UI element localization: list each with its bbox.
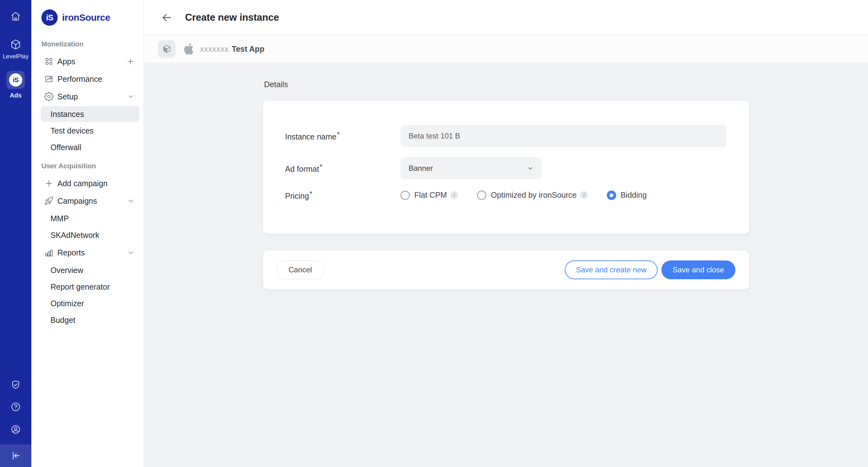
pricing-option-optimized[interactable]: Optimized by ironSource i: [477, 191, 588, 200]
rail-item-ads[interactable]: iS Ads: [0, 71, 31, 99]
sidebar-item-reports[interactable]: Reports: [31, 244, 143, 261]
radio-unselected[interactable]: [400, 191, 410, 200]
app-id-masked: xxxxxxx: [200, 44, 228, 54]
plus-icon: [44, 179, 54, 188]
navigation-sidebar: iS ironSource Monetization Apps Performa…: [31, 0, 144, 467]
required-asterisk: *: [310, 190, 312, 197]
sidebar-item-optimizer[interactable]: Optimizer: [41, 296, 139, 311]
sidebar-item-setup[interactable]: Setup: [31, 88, 143, 105]
sidebar-item-apps[interactable]: Apps: [31, 53, 143, 70]
account-button[interactable]: [0, 424, 31, 434]
chevron-down-icon: [127, 248, 135, 257]
home-icon: [11, 11, 21, 21]
back-button[interactable]: [160, 11, 174, 25]
instance-name-label: Instance name*: [285, 130, 400, 141]
sidebar-item-label: Add campaign: [57, 179, 107, 188]
rail-item-home[interactable]: [0, 11, 31, 21]
collapse-icon: [10, 451, 21, 461]
instance-name-input[interactable]: [400, 125, 726, 147]
help-button[interactable]: [0, 402, 31, 412]
info-icon[interactable]: i: [580, 191, 588, 199]
collapse-sidebar-button[interactable]: [0, 444, 31, 467]
save-and-create-new-button[interactable]: Save and create new: [565, 261, 657, 279]
chevron-down-icon: [527, 165, 534, 172]
sidebar-item-instances[interactable]: Instances: [41, 106, 139, 122]
sidebar-item-label: Campaigns: [57, 197, 97, 206]
main-area: Create new instance xxxxxxx Test App Det…: [144, 0, 868, 467]
sidebar-item-campaigns[interactable]: Campaigns: [31, 192, 143, 210]
required-asterisk: *: [319, 163, 322, 170]
chevron-down-icon: [127, 197, 135, 205]
sidebar-item-skadnetwork[interactable]: SKAdNetwork: [41, 227, 139, 243]
ad-format-row: Ad format* Banner: [285, 157, 749, 179]
pricing-label: Pricing*: [285, 190, 400, 201]
page-title: Create new instance: [185, 12, 279, 23]
sidebar-item-mmp[interactable]: MMP: [41, 211, 139, 226]
sidebar-item-test-devices[interactable]: Test devices: [41, 123, 139, 138]
section-label-monetization: Monetization: [41, 40, 135, 48]
sidebar-item-offerwall[interactable]: Offerwall: [41, 139, 139, 155]
campaigns-rocket-icon: [44, 196, 54, 206]
add-app-button[interactable]: [126, 57, 135, 66]
ads-active-badge: iS: [7, 71, 25, 89]
ironsource-monogram: iS: [9, 73, 22, 87]
app-placeholder-badge: [158, 40, 176, 58]
apps-grid-icon: [44, 57, 54, 66]
sidebar-item-overview[interactable]: Overview: [41, 262, 139, 278]
instance-details-card: Instance name* Ad format* Banner Pricing…: [263, 101, 749, 234]
apple-platform-icon: [183, 43, 194, 55]
sidebar-item-label: Performance: [57, 75, 102, 84]
app-selector-row[interactable]: xxxxxxx Test App: [144, 35, 868, 63]
page-header: Create new instance: [144, 0, 868, 35]
help-icon: [11, 402, 21, 412]
privacy-shield-button[interactable]: [0, 380, 31, 390]
sidebar-item-budget[interactable]: Budget: [41, 312, 139, 328]
sidebar-item-performance[interactable]: Performance: [31, 70, 143, 88]
ad-format-selected-value: Banner: [409, 164, 433, 173]
levelplay-cube-icon: [10, 39, 21, 50]
form-actions-card: Cancel Save and create new Save and clos…: [263, 251, 749, 289]
reports-bars-icon: [44, 248, 54, 257]
pricing-row: Pricing* Flat CPM i Optimized by ironSou…: [285, 190, 749, 201]
sidebar-item-label: Reports: [57, 248, 85, 257]
instance-name-row: Instance name*: [285, 125, 749, 147]
rail-item-label: LevelPlay: [3, 53, 29, 60]
cancel-button[interactable]: Cancel: [276, 261, 324, 279]
radio-unselected[interactable]: [477, 191, 486, 200]
save-buttons-group: Save and create new Save and close: [565, 261, 735, 279]
product-rail: LevelPlay iS Ads: [0, 0, 31, 467]
radio-selected[interactable]: [607, 191, 616, 200]
rail-item-levelplay[interactable]: LevelPlay: [0, 39, 31, 60]
app-name: Test App: [232, 44, 265, 54]
ad-format-label: Ad format*: [285, 163, 400, 174]
content-area: Details Instance name* Ad format* Banner: [144, 63, 868, 467]
ad-format-select[interactable]: Banner: [400, 157, 541, 179]
chevron-down-icon: [127, 93, 135, 101]
details-section-label: Details: [264, 80, 288, 89]
ironsource-logo-text: ironSource: [62, 12, 110, 23]
section-label-user-acquisition: User Acquisition: [41, 162, 135, 170]
rail-item-label: Ads: [10, 92, 22, 99]
sidebar-item-report-generator[interactable]: Report generator: [41, 279, 139, 295]
required-asterisk: *: [337, 130, 340, 138]
info-icon[interactable]: i: [450, 191, 458, 199]
sidebar-item-label: Setup: [57, 92, 78, 101]
sidebar-item-label: Apps: [57, 57, 75, 66]
ironsource-logo[interactable]: iS ironSource: [41, 9, 143, 26]
save-and-close-button[interactable]: Save and close: [661, 261, 735, 279]
performance-chart-icon: [44, 74, 54, 84]
gear-icon: [44, 92, 54, 101]
pricing-option-flat-cpm[interactable]: Flat CPM i: [400, 191, 458, 200]
pricing-option-bidding[interactable]: Bidding: [607, 191, 647, 200]
pricing-radio-group: Flat CPM i Optimized by ironSource i Bid…: [400, 191, 665, 200]
ironsource-logo-monogram: iS: [41, 9, 58, 26]
sidebar-item-add-campaign[interactable]: Add campaign: [31, 174, 143, 192]
account-icon: [11, 424, 21, 434]
shield-check-icon: [11, 380, 21, 390]
